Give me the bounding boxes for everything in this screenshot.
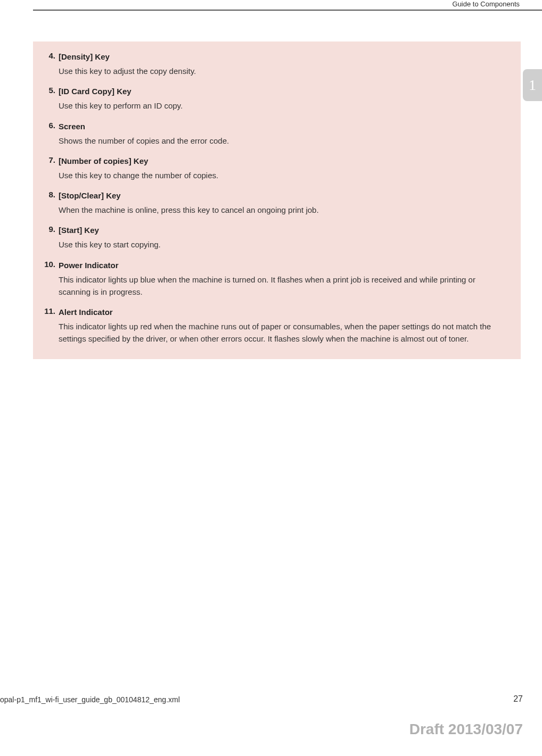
item-description: Use this key to adjust the copy density. [59, 65, 509, 77]
page: Guide to Components 1 4. [Density] Key U… [0, 0, 542, 756]
list-item: 10. Power Indicator This indicator light… [36, 260, 509, 304]
item-title: Power Indicator [59, 260, 509, 271]
list-item: 9. [Start] Key Use this key to start cop… [36, 225, 509, 256]
item-number: 4. [36, 51, 59, 60]
item-body: [Density] Key Use this key to adjust the… [59, 51, 509, 82]
item-body: Alert Indicator This indicator lights up… [59, 306, 509, 351]
item-number: 5. [36, 86, 59, 95]
item-title: [Stop/Clear] Key [59, 190, 509, 201]
item-title: [Start] Key [59, 225, 509, 236]
list-item: 4. [Density] Key Use this key to adjust … [36, 51, 509, 82]
item-description: Use this key to perform an ID copy. [59, 99, 509, 112]
item-body: [ID Card Copy] Key Use this key to perfo… [59, 86, 509, 117]
item-number: 11. [36, 306, 59, 315]
footer-filename: opal-p1_mf1_wi-fi_user_guide_gb_00104812… [0, 695, 180, 704]
item-body: [Number of copies] Key Use this key to c… [59, 155, 509, 187]
footer-page-number: 27 [513, 694, 523, 704]
header-title: Guide to Components [453, 0, 520, 8]
item-number: 8. [36, 190, 59, 199]
item-number: 9. [36, 225, 59, 234]
item-description: This indicator lights up red when the ma… [59, 320, 509, 345]
list-item: 11. Alert Indicator This indicator light… [36, 306, 509, 351]
list-item: 7. [Number of copies] Key Use this key t… [36, 155, 509, 187]
header-rule [33, 10, 542, 11]
item-body: Power Indicator This indicator lights up… [59, 260, 509, 304]
item-description: This indicator lights up blue when the m… [59, 273, 509, 298]
content-panel: 4. [Density] Key Use this key to adjust … [33, 41, 521, 359]
item-title: Screen [59, 121, 509, 132]
item-number: 6. [36, 121, 59, 130]
item-description: Use this key to start copying. [59, 238, 509, 251]
item-number: 7. [36, 155, 59, 164]
list-item: 8. [Stop/Clear] Key When the machine is … [36, 190, 509, 221]
item-title: [Density] Key [59, 51, 509, 62]
list-item: 5. [ID Card Copy] Key Use this key to pe… [36, 86, 509, 117]
item-description: Shows the number of copies and the error… [59, 135, 509, 147]
item-number: 10. [36, 260, 59, 269]
item-body: [Start] Key Use this key to start copyin… [59, 225, 509, 256]
item-title: [ID Card Copy] Key [59, 86, 509, 97]
draft-watermark: Draft 2013/03/07 [409, 721, 523, 738]
item-body: Screen Shows the number of copies and th… [59, 121, 509, 152]
item-description: When the machine is online, press this k… [59, 204, 509, 216]
item-title: [Number of copies] Key [59, 155, 509, 167]
item-title: Alert Indicator [59, 306, 509, 318]
item-body: [Stop/Clear] Key When the machine is onl… [59, 190, 509, 221]
list-item: 6. Screen Shows the number of copies and… [36, 121, 509, 152]
chapter-tab: 1 [523, 69, 542, 101]
item-description: Use this key to change the number of cop… [59, 169, 509, 181]
